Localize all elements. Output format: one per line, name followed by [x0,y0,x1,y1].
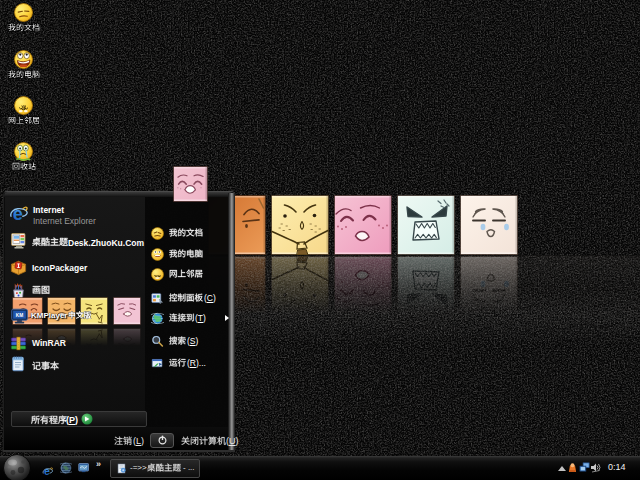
svg-text:e: e [44,466,50,477]
svg-text:KM: KM [16,313,23,318]
svg-text:e: e [13,204,23,223]
